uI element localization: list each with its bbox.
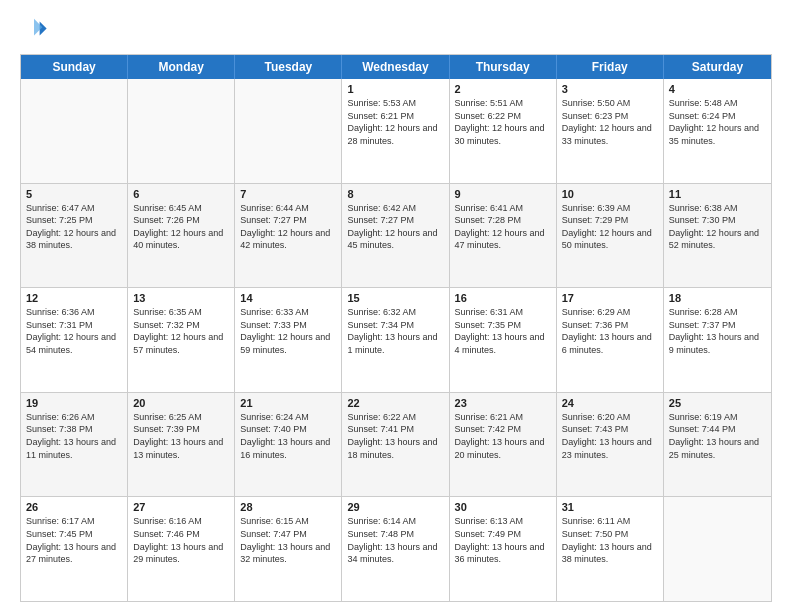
cell-info: Sunrise: 6:36 AM Sunset: 7:31 PM Dayligh… (26, 306, 122, 356)
calendar-cell: 11Sunrise: 6:38 AM Sunset: 7:30 PM Dayli… (664, 184, 771, 288)
day-number: 12 (26, 292, 122, 304)
cell-info: Sunrise: 6:19 AM Sunset: 7:44 PM Dayligh… (669, 411, 766, 461)
day-number: 4 (669, 83, 766, 95)
day-number: 8 (347, 188, 443, 200)
calendar-cell: 7Sunrise: 6:44 AM Sunset: 7:27 PM Daylig… (235, 184, 342, 288)
calendar-cell: 17Sunrise: 6:29 AM Sunset: 7:36 PM Dayli… (557, 288, 664, 392)
calendar-cell: 15Sunrise: 6:32 AM Sunset: 7:34 PM Dayli… (342, 288, 449, 392)
cell-info: Sunrise: 6:16 AM Sunset: 7:46 PM Dayligh… (133, 515, 229, 565)
day-number: 14 (240, 292, 336, 304)
page: SundayMondayTuesdayWednesdayThursdayFrid… (0, 0, 792, 612)
cell-info: Sunrise: 6:28 AM Sunset: 7:37 PM Dayligh… (669, 306, 766, 356)
cell-info: Sunrise: 6:24 AM Sunset: 7:40 PM Dayligh… (240, 411, 336, 461)
calendar-cell: 28Sunrise: 6:15 AM Sunset: 7:47 PM Dayli… (235, 497, 342, 601)
day-number: 16 (455, 292, 551, 304)
calendar-cell: 2Sunrise: 5:51 AM Sunset: 6:22 PM Daylig… (450, 79, 557, 183)
day-number: 28 (240, 501, 336, 513)
day-number: 17 (562, 292, 658, 304)
calendar-row: 5Sunrise: 6:47 AM Sunset: 7:25 PM Daylig… (21, 184, 771, 289)
day-number: 3 (562, 83, 658, 95)
cell-info: Sunrise: 6:13 AM Sunset: 7:49 PM Dayligh… (455, 515, 551, 565)
cell-info: Sunrise: 6:26 AM Sunset: 7:38 PM Dayligh… (26, 411, 122, 461)
cell-info: Sunrise: 6:20 AM Sunset: 7:43 PM Dayligh… (562, 411, 658, 461)
day-number: 2 (455, 83, 551, 95)
cell-info: Sunrise: 5:48 AM Sunset: 6:24 PM Dayligh… (669, 97, 766, 147)
calendar-cell: 18Sunrise: 6:28 AM Sunset: 7:37 PM Dayli… (664, 288, 771, 392)
calendar-body: 1Sunrise: 5:53 AM Sunset: 6:21 PM Daylig… (21, 79, 771, 601)
cell-info: Sunrise: 6:44 AM Sunset: 7:27 PM Dayligh… (240, 202, 336, 252)
calendar-cell: 27Sunrise: 6:16 AM Sunset: 7:46 PM Dayli… (128, 497, 235, 601)
cell-info: Sunrise: 6:11 AM Sunset: 7:50 PM Dayligh… (562, 515, 658, 565)
day-number: 21 (240, 397, 336, 409)
cell-info: Sunrise: 6:21 AM Sunset: 7:42 PM Dayligh… (455, 411, 551, 461)
weekday-header-saturday: Saturday (664, 55, 771, 79)
day-number: 27 (133, 501, 229, 513)
cell-info: Sunrise: 6:35 AM Sunset: 7:32 PM Dayligh… (133, 306, 229, 356)
header (20, 16, 772, 44)
day-number: 9 (455, 188, 551, 200)
calendar-row: 26Sunrise: 6:17 AM Sunset: 7:45 PM Dayli… (21, 497, 771, 601)
calendar-header: SundayMondayTuesdayWednesdayThursdayFrid… (21, 55, 771, 79)
cell-info: Sunrise: 5:50 AM Sunset: 6:23 PM Dayligh… (562, 97, 658, 147)
calendar-cell: 19Sunrise: 6:26 AM Sunset: 7:38 PM Dayli… (21, 393, 128, 497)
cell-info: Sunrise: 6:41 AM Sunset: 7:28 PM Dayligh… (455, 202, 551, 252)
day-number: 31 (562, 501, 658, 513)
logo (20, 16, 52, 44)
weekday-header-monday: Monday (128, 55, 235, 79)
weekday-header-sunday: Sunday (21, 55, 128, 79)
calendar-cell: 22Sunrise: 6:22 AM Sunset: 7:41 PM Dayli… (342, 393, 449, 497)
day-number: 6 (133, 188, 229, 200)
cell-info: Sunrise: 6:45 AM Sunset: 7:26 PM Dayligh… (133, 202, 229, 252)
calendar-cell: 16Sunrise: 6:31 AM Sunset: 7:35 PM Dayli… (450, 288, 557, 392)
calendar-row: 12Sunrise: 6:36 AM Sunset: 7:31 PM Dayli… (21, 288, 771, 393)
weekday-header-friday: Friday (557, 55, 664, 79)
calendar-cell (235, 79, 342, 183)
cell-info: Sunrise: 6:33 AM Sunset: 7:33 PM Dayligh… (240, 306, 336, 356)
weekday-header-tuesday: Tuesday (235, 55, 342, 79)
day-number: 19 (26, 397, 122, 409)
cell-info: Sunrise: 6:31 AM Sunset: 7:35 PM Dayligh… (455, 306, 551, 356)
cell-info: Sunrise: 6:39 AM Sunset: 7:29 PM Dayligh… (562, 202, 658, 252)
calendar: SundayMondayTuesdayWednesdayThursdayFrid… (20, 54, 772, 602)
day-number: 5 (26, 188, 122, 200)
cell-info: Sunrise: 5:53 AM Sunset: 6:21 PM Dayligh… (347, 97, 443, 147)
logo-icon (20, 16, 48, 44)
day-number: 11 (669, 188, 766, 200)
day-number: 30 (455, 501, 551, 513)
day-number: 7 (240, 188, 336, 200)
calendar-cell (128, 79, 235, 183)
calendar-cell: 29Sunrise: 6:14 AM Sunset: 7:48 PM Dayli… (342, 497, 449, 601)
cell-info: Sunrise: 6:25 AM Sunset: 7:39 PM Dayligh… (133, 411, 229, 461)
cell-info: Sunrise: 6:17 AM Sunset: 7:45 PM Dayligh… (26, 515, 122, 565)
cell-info: Sunrise: 6:47 AM Sunset: 7:25 PM Dayligh… (26, 202, 122, 252)
calendar-cell: 1Sunrise: 5:53 AM Sunset: 6:21 PM Daylig… (342, 79, 449, 183)
calendar-cell: 8Sunrise: 6:42 AM Sunset: 7:27 PM Daylig… (342, 184, 449, 288)
calendar-cell: 30Sunrise: 6:13 AM Sunset: 7:49 PM Dayli… (450, 497, 557, 601)
calendar-cell: 12Sunrise: 6:36 AM Sunset: 7:31 PM Dayli… (21, 288, 128, 392)
day-number: 15 (347, 292, 443, 304)
cell-info: Sunrise: 6:15 AM Sunset: 7:47 PM Dayligh… (240, 515, 336, 565)
cell-info: Sunrise: 6:29 AM Sunset: 7:36 PM Dayligh… (562, 306, 658, 356)
day-number: 24 (562, 397, 658, 409)
weekday-header-thursday: Thursday (450, 55, 557, 79)
cell-info: Sunrise: 6:14 AM Sunset: 7:48 PM Dayligh… (347, 515, 443, 565)
day-number: 1 (347, 83, 443, 95)
calendar-cell: 21Sunrise: 6:24 AM Sunset: 7:40 PM Dayli… (235, 393, 342, 497)
calendar-cell: 14Sunrise: 6:33 AM Sunset: 7:33 PM Dayli… (235, 288, 342, 392)
day-number: 22 (347, 397, 443, 409)
calendar-cell: 6Sunrise: 6:45 AM Sunset: 7:26 PM Daylig… (128, 184, 235, 288)
calendar-row: 19Sunrise: 6:26 AM Sunset: 7:38 PM Dayli… (21, 393, 771, 498)
cell-info: Sunrise: 6:22 AM Sunset: 7:41 PM Dayligh… (347, 411, 443, 461)
calendar-cell: 9Sunrise: 6:41 AM Sunset: 7:28 PM Daylig… (450, 184, 557, 288)
calendar-cell (21, 79, 128, 183)
calendar-cell: 10Sunrise: 6:39 AM Sunset: 7:29 PM Dayli… (557, 184, 664, 288)
calendar-cell: 24Sunrise: 6:20 AM Sunset: 7:43 PM Dayli… (557, 393, 664, 497)
cell-info: Sunrise: 6:42 AM Sunset: 7:27 PM Dayligh… (347, 202, 443, 252)
calendar-row: 1Sunrise: 5:53 AM Sunset: 6:21 PM Daylig… (21, 79, 771, 184)
calendar-cell (664, 497, 771, 601)
calendar-cell: 20Sunrise: 6:25 AM Sunset: 7:39 PM Dayli… (128, 393, 235, 497)
day-number: 20 (133, 397, 229, 409)
cell-info: Sunrise: 6:38 AM Sunset: 7:30 PM Dayligh… (669, 202, 766, 252)
cell-info: Sunrise: 5:51 AM Sunset: 6:22 PM Dayligh… (455, 97, 551, 147)
weekday-header-wednesday: Wednesday (342, 55, 449, 79)
